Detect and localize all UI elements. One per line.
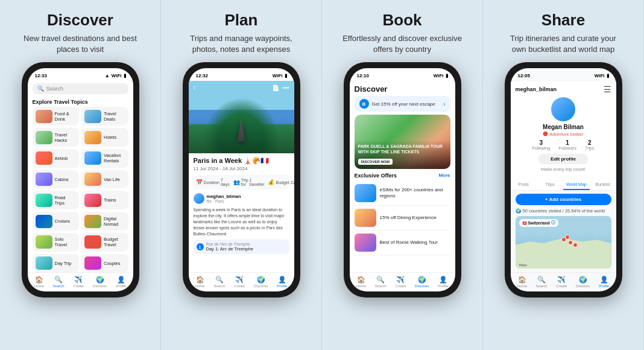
nav-discover[interactable]: 🌍 Discover: [93, 276, 107, 288]
book-phone: 12:10 WiFi ▮ Discover B Get 15% off your…: [344, 62, 461, 298]
topic-travel-hacks[interactable]: Travel Hacks: [33, 128, 80, 147]
offer-item-dining[interactable]: 15% off Dining Experience: [355, 206, 450, 231]
book-nav-search[interactable]: 🔍 Search: [375, 276, 387, 288]
topic-label-vanlife: Van Life: [104, 177, 120, 182]
nav-home[interactable]: 🏠 Home: [34, 276, 44, 288]
book-home-icon: 🏠: [357, 276, 365, 284]
share-nav-profile[interactable]: 👤 Profile: [599, 276, 609, 288]
hero-discover-button[interactable]: DISCOVER NOW: [358, 159, 393, 165]
nav-create[interactable]: ✈️ Create: [73, 276, 84, 288]
plan-title: Plan: [225, 11, 258, 30]
topic-solo[interactable]: Solo Travel: [33, 233, 80, 252]
share-desc: Trip itineraries and curate your own buc…: [503, 33, 623, 55]
topic-couples[interactable]: Couples: [81, 254, 128, 273]
document-icon[interactable]: 📄: [272, 84, 279, 91]
topic-thumb-hacks: [36, 131, 52, 144]
share-menu-icon[interactable]: ☰: [604, 84, 611, 94]
share-nav-home[interactable]: 🏠 Home: [517, 276, 527, 288]
offer-label-dining: 15% off Dining Experience: [380, 215, 437, 221]
more-options-icon[interactable]: •••: [283, 84, 289, 91]
discover-title: Discover: [47, 11, 113, 30]
book-promo-banner[interactable]: B Get 15% off your next escape ›: [355, 96, 450, 112]
topic-trains[interactable]: Trains: [81, 191, 128, 209]
topic-thumb-digital: [84, 215, 101, 228]
offer-item-rome[interactable]: Best of Rome Walking Tour: [355, 231, 450, 255]
globe-icon: 🌍: [516, 208, 521, 214]
plan-phone-notch: [223, 62, 259, 67]
back-button[interactable]: ‹: [194, 83, 196, 92]
search-bar[interactable]: 🔍 Search: [33, 83, 128, 94]
share-nav-discover[interactable]: 🌍 Discover: [576, 276, 590, 288]
topic-thumb-roadtrips: [36, 194, 52, 207]
discover-screen: 12:33 ▲ WiFi ▮ 🔍 Search Explore Travel T…: [28, 68, 133, 291]
topic-vanlife[interactable]: Van Life: [81, 170, 128, 189]
map-pin-2: [565, 235, 570, 240]
book-section: Book Effortlessly and discover exclusive…: [322, 0, 483, 350]
offers-section-header: Exclusive Offers More: [350, 173, 455, 181]
plan-screen: 12:32 WiFi ▮ ‹ 📄 ••• Par: [189, 68, 294, 291]
tab-posts[interactable]: Posts: [511, 180, 537, 190]
offers-more-link[interactable]: More: [438, 173, 450, 179]
edit-profile-button[interactable]: Edit profile: [538, 154, 588, 164]
share-nav-search[interactable]: 🔍 Search: [536, 276, 548, 288]
plan-desc: Trips and manage waypoints, photos, note…: [181, 33, 301, 55]
book-hero-image[interactable]: PARK GUELL & SAGRADA FAMILIA TOUR WITH S…: [355, 115, 450, 169]
tab-trips[interactable]: Trips: [537, 180, 563, 190]
share-bottom-nav: 🏠 Home 🔍 Search ✈️ Create 🌍 Discover 👤: [511, 272, 616, 291]
plan-waypoint[interactable]: 1 Rue de l'Arc de Triomphe Day 1: Arc de…: [194, 240, 289, 254]
topic-thumb-budget: [84, 235, 101, 249]
tab-world-map[interactable]: World Map: [563, 180, 590, 190]
money-icon: 💰: [268, 179, 274, 185]
promo-text: Get 15% off your next escape: [372, 101, 441, 107]
travellers-stat: 👥 Trip for 1 traveller: [233, 178, 265, 186]
explore-title: Explore Travel Topics: [28, 97, 133, 107]
share-profile-body: Megan Bilman 🔴 Adventure Seeker 3 Follow…: [511, 97, 616, 180]
nav-search[interactable]: 🔍 Search: [53, 276, 65, 288]
plan-nav-home[interactable]: 🏠 Home: [195, 276, 205, 288]
share-world-map[interactable]: 🇨🇭 Switzerland ⓘ Maps: [516, 216, 611, 269]
status-bar: 12:33 ▲ WiFi ▮: [28, 68, 133, 81]
waypoint-title: Day 1: Arc de Triomphe: [206, 246, 253, 252]
topic-food-drink[interactable]: Food & Drink: [33, 107, 80, 126]
topic-label-cruises: Cruises: [55, 218, 70, 224]
book-nav-home[interactable]: 🏠 Home: [356, 276, 366, 288]
waypoint-address: Rue de l'Arc de Triomphe: [206, 242, 253, 246]
book-nav-profile[interactable]: 👤 Profile: [438, 276, 448, 288]
map-pin-3: [568, 240, 573, 245]
share-phone-notch: [545, 62, 581, 67]
phone-notch: [62, 62, 98, 67]
topic-vacation[interactable]: Vacation Rentals: [81, 149, 128, 168]
discover-phone: 12:33 ▲ WiFi ▮ 🔍 Search Explore Travel T…: [22, 62, 139, 298]
topic-cabins[interactable]: Cabins: [33, 170, 80, 189]
offer-item-esim[interactable]: eSIMs for 200+ countries and regions: [355, 181, 450, 206]
profile-icon: 👤: [117, 276, 125, 284]
topic-airbnb[interactable]: Airbnb: [33, 149, 80, 168]
topic-hotels[interactable]: Hotels: [81, 128, 128, 147]
share-title: Share: [541, 11, 585, 30]
plan-nav-search[interactable]: 🔍 Search: [214, 276, 226, 288]
book-nav-discover[interactable]: 🌍 Discover: [415, 276, 429, 288]
plan-create-icon: ✈️: [235, 276, 244, 284]
plan-nav-discover[interactable]: 🌍 Discover: [254, 276, 268, 288]
promo-b-icon: B: [359, 99, 369, 109]
tab-bucklist[interactable]: Bucklist: [590, 180, 616, 190]
book-header: Discover: [350, 81, 455, 96]
topic-roadtrips[interactable]: Road Trips: [33, 191, 80, 209]
book-nav-create[interactable]: ✈️ Create: [395, 276, 406, 288]
plan-nav-create[interactable]: ✈️ Create: [234, 276, 245, 288]
topic-budget[interactable]: Budget Travel: [81, 233, 128, 252]
topic-cruises[interactable]: Cruises: [33, 212, 80, 231]
topics-grid: Food & Drink Travel Deals Travel Hacks H…: [28, 107, 133, 272]
topic-daytrip[interactable]: Day Trip: [33, 254, 80, 273]
share-search-icon: 🔍: [537, 276, 546, 284]
share-nav-create[interactable]: ✈️ Create: [556, 276, 567, 288]
nav-profile[interactable]: 👤 Profile: [116, 276, 126, 288]
topic-thumb-vacation: [84, 151, 101, 165]
topic-digital[interactable]: Digital Nomad: [81, 212, 128, 231]
share-stats: 3 Following 1 Followers 2 Trips: [532, 139, 595, 150]
plan-nav-profile[interactable]: 👤 Profile: [277, 276, 287, 288]
add-countries-button[interactable]: + Add countries: [516, 194, 611, 205]
share-create-icon: ✈️: [557, 276, 566, 284]
topic-travel-deals[interactable]: Travel Deals: [81, 107, 128, 126]
plan-discover-icon: 🌍: [257, 276, 265, 284]
